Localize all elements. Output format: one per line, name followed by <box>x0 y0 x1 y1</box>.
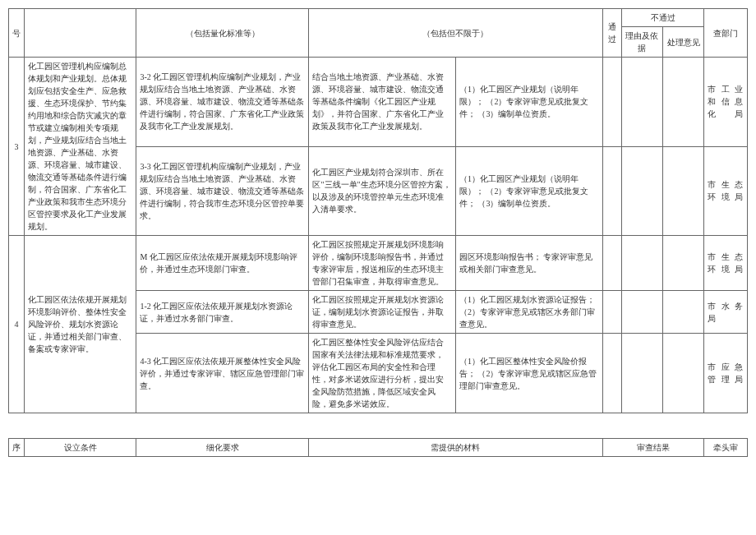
hdr-cond <box>24 9 136 58</box>
row4-3-pass <box>602 334 621 413</box>
row3-2-reason <box>621 146 662 236</box>
row4-3-detail: 4-3 化工园区应依法依规开展整体性安全风险评价，并通过专家评审、辖区应急管理部… <box>136 334 309 413</box>
hdr-detail: （包括量化标准等） <box>136 9 309 58</box>
row3-1-opinion <box>663 58 704 147</box>
row4-2-need: （1）化工园区规划水资源论证报告； （2）专家评审意见或辖区水务部门审查意见。 <box>455 291 602 334</box>
hdr-notpass: 不通过 <box>621 9 704 27</box>
main-table: 号 （包括量化标准等） （包括但不限于） 通过 不通过 查部门 理由及依据 处理… <box>8 8 748 413</box>
footer-row: 序 设立条件 细化要求 需提供的材料 审查结果 牵头审 <box>9 439 748 457</box>
footer-c6: 牵头审 <box>704 439 748 457</box>
row3-2-mat: 化工园区产业规划符合深圳市、所在区"三线一单"生态环境分区管控方案，以及涉及的环… <box>309 146 456 236</box>
row3-1-pass <box>602 58 621 147</box>
hdr-pass: 通过 <box>602 9 621 58</box>
row4-1-dept: 市生态环境局 <box>704 236 748 291</box>
row4-3-dept: 市应急管理局 <box>704 334 748 413</box>
row4-1-mat: 化工园区按照规定开展规划环境影响评价，编制环境影响报告书，并通过专家评审后，报送… <box>309 236 456 291</box>
row3-1-detail: 3-2 化工园区管理机构应编制产业规划，产业规划应结合当地土地资源、产业基础、水… <box>136 58 309 147</box>
row4-1-pass <box>602 236 621 291</box>
spacer <box>8 413 748 438</box>
footer-table: 序 设立条件 细化要求 需提供的材料 审查结果 牵头审 <box>8 438 748 457</box>
row3-1-mat: 结合当地土地资源、产业基础、水资源、环境容量、城市建设、物流交通等基础条件编制《… <box>309 58 456 147</box>
row4-num: 4 <box>9 236 25 413</box>
row-3-1: 3 化工园区管理机构应编制总体规划和产业规划。总体规划应包括安全生产、应急救援、… <box>9 58 748 147</box>
row3-1-need: （1）化工园区产业规划（说明年限）； （2）专家评审意见或批复文件； （3）编制… <box>455 58 602 147</box>
row4-3-need: （1）化工园区整体性安全风险价报告； （2）专家评审意见或辖区应急管理部门审查意… <box>455 334 602 413</box>
row3-cond: 化工园区管理机构应编制总体规划和产业规划。总体规划应包括安全生产、应急救援、生态… <box>24 58 136 236</box>
row4-2-opinion <box>663 291 704 334</box>
row3-num: 3 <box>9 58 25 236</box>
row4-2-pass <box>602 291 621 334</box>
row3-1-reason <box>621 58 662 147</box>
row3-2-detail: 3-3 化工园区管理机构应编制产业规划，产业规划应结合当地土地资源、产业基础、水… <box>136 146 309 236</box>
row4-1-opinion <box>663 236 704 291</box>
footer-c5: 审查结果 <box>602 439 704 457</box>
row4-1-need: 园区环境影响报告书； 专家评审意见或相关部门审查意见。 <box>455 236 602 291</box>
footer-c2: 设立条件 <box>24 439 136 457</box>
footer-c3: 细化要求 <box>136 439 309 457</box>
header-row-1: 号 （包括量化标准等） （包括但不限于） 通过 不通过 查部门 <box>9 9 748 27</box>
row4-2-mat: 化工园区按照规定开展规划水资源论证，编制规划水资源论证报告，并取得审查意见。 <box>309 291 456 334</box>
hdr-opinion: 处理意见 <box>663 27 704 58</box>
row4-2-detail: 1-2 化工园区应依法依规开展规划水资源论证，并通过水务部门审查。 <box>136 291 309 334</box>
hdr-num: 号 <box>9 9 25 58</box>
row4-3-mat: 化工园区整体性安全风险评估应结合国家有关法律法规和标准规范要求，评估化工园区布局… <box>309 334 456 413</box>
row4-2-reason <box>621 291 662 334</box>
row-4-1: 4 化工园区依法依规开展规划环境影响评价、整体性安全风险评价、规划水资源论证，并… <box>9 236 748 291</box>
hdr-dept: 查部门 <box>704 9 748 58</box>
row3-2-pass <box>602 146 621 236</box>
row4-3-opinion <box>663 334 704 413</box>
footer-c4: 需提供的材料 <box>309 439 602 457</box>
row4-cond: 化工园区依法依规开展规划环境影响评价、整体性安全风险评价、规划水资源论证，并通过… <box>24 236 136 413</box>
row4-1-reason <box>621 236 662 291</box>
row4-3-reason <box>621 334 662 413</box>
row4-1-detail: M 化工园区应依法依规开展规划环境影响评价，并通过生态环境部门审查。 <box>136 236 309 291</box>
row3-1-dept: 市工业和信息化局 <box>704 58 748 147</box>
row3-2-dept: 市生态环境局 <box>704 146 748 236</box>
hdr-reason: 理由及依据 <box>621 27 662 58</box>
footer-c1: 序 <box>9 439 25 457</box>
hdr-mat: （包括但不限于） <box>309 9 602 58</box>
row4-2-dept: 市水务局 <box>704 291 748 334</box>
row3-2-need: （1）化工园区产业规划（说明年限）； （2）专家评审意见或批复文件； （3）编制… <box>455 146 602 236</box>
row3-2-opinion <box>663 146 704 236</box>
